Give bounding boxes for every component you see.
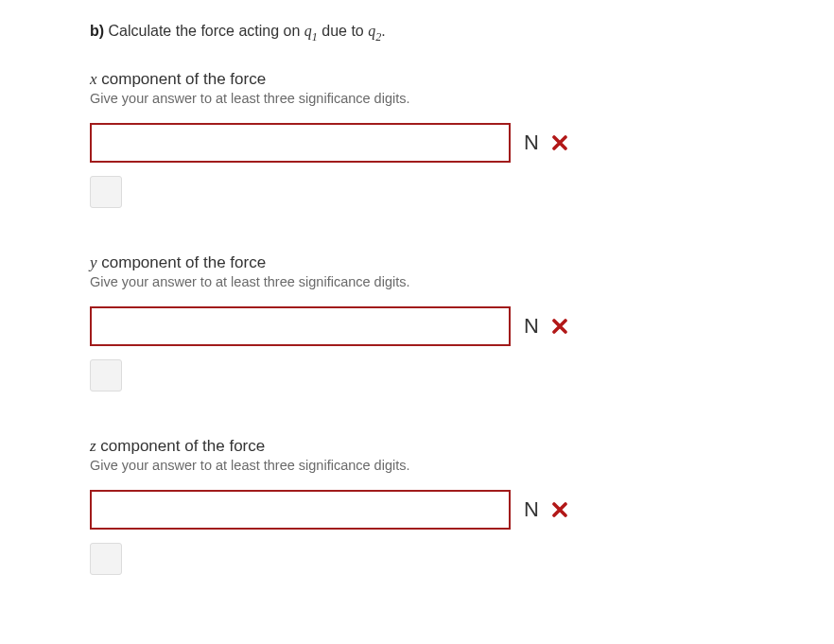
prompt-text-before: Calculate the force acting on: [104, 23, 304, 39]
question-hint: Give your answer to at least three signi…: [90, 458, 834, 473]
question-z-block: z component of the force Give your answe…: [90, 437, 834, 575]
unit-label: N: [524, 314, 539, 339]
incorrect-icon: [552, 319, 567, 334]
prompt-text-mid: due to: [318, 23, 368, 39]
var-q2: q: [368, 23, 375, 39]
question-prompt: b) Calculate the force acting on q1 due …: [90, 23, 834, 44]
question-title: z component of the force: [90, 437, 834, 456]
answer-input-x[interactable]: [90, 123, 511, 163]
var-q1: q: [304, 23, 312, 39]
feedback-toggle-button[interactable]: [90, 176, 122, 208]
question-title: x component of the force: [90, 70, 834, 89]
question-hint: Give your answer to at least three signi…: [90, 91, 834, 106]
answer-row: N: [90, 123, 834, 163]
component-title-rest: component of the force: [97, 253, 267, 271]
question-title: y component of the force: [90, 253, 834, 272]
question-x-block: x component of the force Give your answe…: [90, 70, 834, 208]
var-q1-sub: 1: [312, 30, 318, 44]
var-q2-sub: 2: [375, 30, 381, 44]
answer-row: N: [90, 306, 834, 346]
unit-label: N: [524, 497, 539, 522]
component-var: x: [90, 70, 97, 88]
incorrect-icon: [552, 502, 567, 517]
answer-input-z[interactable]: [90, 490, 511, 530]
answer-input-y[interactable]: [90, 306, 511, 346]
part-label: b): [90, 23, 104, 39]
component-var: z: [90, 437, 96, 455]
feedback-toggle-button[interactable]: [90, 359, 122, 392]
question-hint: Give your answer to at least three signi…: [90, 274, 834, 289]
question-y-block: y component of the force Give your answe…: [90, 253, 834, 392]
component-var: y: [90, 253, 97, 271]
feedback-toggle-button[interactable]: [90, 543, 122, 575]
unit-label: N: [524, 131, 539, 155]
component-title-rest: component of the force: [97, 70, 267, 88]
incorrect-icon: [552, 135, 567, 150]
prompt-text-after: .: [381, 23, 385, 39]
component-title-rest: component of the force: [96, 437, 266, 455]
answer-row: N: [90, 490, 834, 530]
